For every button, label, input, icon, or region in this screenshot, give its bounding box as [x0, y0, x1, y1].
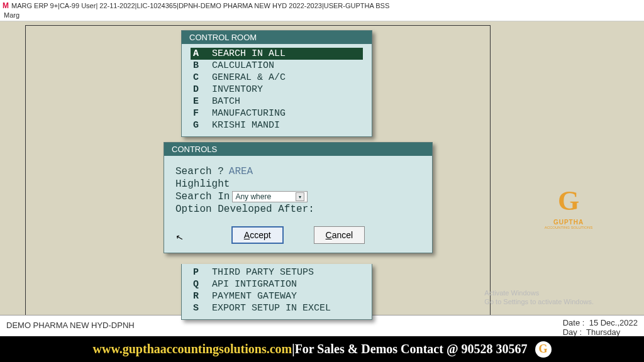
windows-watermark: Activate Windows Go to Settings to activ…	[484, 288, 594, 306]
menu-key: C	[193, 72, 201, 83]
menu-key: D	[193, 84, 201, 95]
search-in-dropdown[interactable]: Any where ▾	[232, 191, 308, 202]
status-right: Date : 15 Dec.,2022 Day : Thursday	[563, 317, 638, 335]
menu-key: Q	[193, 279, 201, 290]
control-room-menu-bottom[interactable]: PTHIRD PARTY SETUPSQAPI INTIGRATIONRPAYM…	[182, 264, 372, 319]
search-input[interactable]: AREA	[229, 166, 253, 177]
menu-item-a[interactable]: ASEARCH IN ALL	[191, 48, 363, 60]
footer-text: For Sales & Demos Contact @ 90528 30567	[295, 342, 528, 356]
menu-key: S	[193, 303, 201, 314]
menu-label: PAYMENT GATEWAY	[212, 291, 297, 302]
footer-url: www.gupthaaccountingsolutions.com	[93, 342, 292, 356]
menu-bar[interactable]: Marg	[0, 11, 644, 21]
control-room-panel: CONTROL ROOM ASEARCH IN ALLBCALCULATIONC…	[181, 30, 372, 137]
control-room-title: CONTROL ROOM	[182, 31, 372, 44]
menu-key: F	[193, 108, 201, 119]
menu-item-p[interactable]: PTHIRD PARTY SETUPS	[191, 266, 363, 278]
controls-title: CONTROLS	[164, 143, 432, 156]
menu-item-marg[interactable]: Marg	[4, 11, 19, 19]
day-value: Thursday	[586, 327, 620, 337]
menu-label: THIRD PARTY SETUPS	[212, 267, 314, 278]
menu-key: A	[193, 48, 201, 59]
menu-label: BATCH	[212, 96, 240, 107]
option-developed-label: Option Developed After:	[175, 204, 314, 215]
highlight-label: Highlight	[175, 178, 230, 190]
brand-logo: G GUPTHA ACCOUNTING SOLUTIONS	[543, 185, 594, 235]
date-label: Date :	[563, 318, 585, 327]
day-label: Day :	[563, 327, 582, 337]
app-icon: M	[3, 1, 9, 10]
footer-banner: www.gupthaaccountingsolutions.com | For …	[0, 336, 644, 362]
search-in-value: Any where	[235, 192, 271, 201]
cancel-rest: ancel	[332, 230, 353, 240]
control-room-menu[interactable]: ASEARCH IN ALLBCALCULATIONCGENERAL & A/C…	[182, 44, 372, 136]
menu-item-g[interactable]: GKRISHI MANDI	[191, 119, 363, 131]
menu-item-e[interactable]: EBATCH	[191, 96, 363, 107]
menu-label: INVENTORY	[212, 84, 263, 95]
menu-key: P	[193, 267, 201, 278]
menu-label: SEARCH IN ALL	[212, 48, 286, 59]
menu-label: CALCULATION	[212, 60, 274, 71]
menu-key: B	[193, 60, 201, 71]
search-label: Search ?	[175, 166, 224, 177]
menu-item-f[interactable]: FMANUFACTURING	[191, 107, 363, 119]
menu-label: API INTIGRATION	[212, 279, 297, 290]
cancel-button[interactable]: Cancel	[314, 226, 365, 244]
controls-dialog: CONTROLS Search ? AREA Highlight Search …	[164, 142, 433, 253]
menu-item-s[interactable]: SEXPORT SETUP IN EXCEL	[191, 302, 363, 314]
search-in-label: Search In	[175, 191, 230, 202]
title-bar: M MARG ERP 9+|CA-99 User| 22-11-2022|LIC…	[0, 0, 644, 11]
menu-label: GENERAL & A/C	[212, 72, 286, 83]
chevron-down-icon[interactable]: ▾	[296, 192, 304, 201]
footer-logo-icon: G	[535, 341, 552, 358]
menu-key: R	[193, 291, 201, 302]
menu-label: KRISHI MANDI	[212, 120, 280, 131]
accept-button[interactable]: Accept	[231, 226, 284, 244]
title-text: MARG ERP 9+|CA-99 User| 22-11-2022|LIC-1…	[11, 2, 389, 9]
control-room-panel-bottom: PTHIRD PARTY SETUPSQAPI INTIGRATIONRPAYM…	[181, 264, 372, 320]
menu-label: MANUFACTURING	[212, 108, 286, 119]
menu-item-c[interactable]: CGENERAL & A/C	[191, 72, 363, 84]
brand-logo-sub: ACCOUNTING SOLUTIONS	[543, 226, 594, 229]
status-left: DEMO PHARMA NEW HYD-DPNH	[6, 317, 135, 335]
menu-item-q[interactable]: QAPI INTIGRATION	[191, 278, 363, 290]
brand-logo-letter: G	[550, 185, 587, 222]
menu-key: G	[193, 120, 201, 131]
menu-key: E	[193, 96, 201, 107]
date-value: 15 Dec.,2022	[589, 318, 638, 327]
accept-rest: ccept	[250, 230, 270, 240]
menu-item-b[interactable]: BCALCULATION	[191, 60, 363, 72]
menu-item-r[interactable]: RPAYMENT GATEWAY	[191, 290, 363, 302]
menu-item-d[interactable]: DINVENTORY	[191, 84, 363, 96]
menu-label: EXPORT SETUP IN EXCEL	[212, 303, 331, 314]
